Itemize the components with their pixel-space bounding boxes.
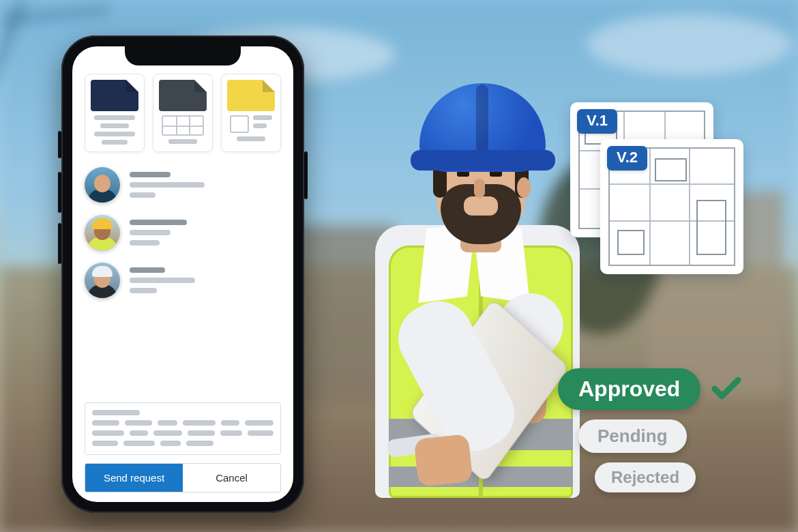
avatar bbox=[85, 167, 120, 203]
doc-template-layout[interactable] bbox=[221, 74, 281, 152]
document-templates-row bbox=[85, 74, 281, 152]
phone-mockup: Send request Cancel bbox=[61, 35, 304, 513]
avatar bbox=[85, 263, 120, 298]
status-approved-pill[interactable]: Approved bbox=[558, 368, 700, 410]
version-tag-v2: V.2 bbox=[607, 146, 647, 171]
version-tag-v1: V.1 bbox=[577, 109, 617, 134]
send-request-button[interactable]: Send request bbox=[85, 464, 183, 492]
avatar bbox=[85, 215, 120, 250]
hard-hat-icon bbox=[92, 218, 113, 229]
layout-icon bbox=[230, 115, 272, 133]
list-item[interactable] bbox=[85, 263, 281, 298]
list-item[interactable] bbox=[85, 215, 281, 250]
status-options: Approved Pending Rejected bbox=[558, 368, 744, 492]
checkmark-icon bbox=[709, 370, 744, 409]
list-item[interactable] bbox=[85, 167, 281, 203]
doc-template-table[interactable] bbox=[153, 74, 213, 152]
floorplan-versions: V.1 V.2 bbox=[570, 102, 761, 280]
document-icon bbox=[159, 80, 207, 111]
document-icon bbox=[227, 80, 275, 111]
floorplan-v2-card[interactable]: V.2 bbox=[600, 139, 743, 274]
message-input[interactable] bbox=[85, 402, 281, 455]
phone-notch bbox=[125, 46, 241, 65]
table-icon bbox=[162, 115, 204, 136]
status-pending-pill[interactable]: Pending bbox=[578, 419, 687, 453]
cancel-button[interactable]: Cancel bbox=[183, 464, 280, 492]
action-buttons: Send request Cancel bbox=[85, 463, 281, 492]
hard-hat-icon bbox=[92, 266, 113, 277]
doc-template-text[interactable] bbox=[85, 74, 145, 152]
status-rejected-pill[interactable]: Rejected bbox=[595, 462, 696, 492]
document-icon bbox=[91, 80, 138, 111]
recipients-list bbox=[85, 167, 281, 298]
